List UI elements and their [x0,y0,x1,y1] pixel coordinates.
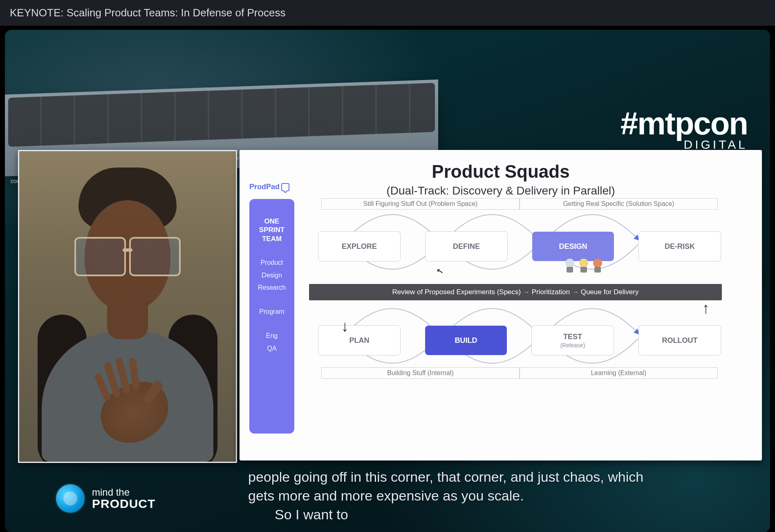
node-design: DESIGN [532,232,614,261]
speaker-figure [42,168,213,454]
caption-line: gets more and more expensive as you scal… [248,488,524,503]
prodpad-logo: ProdPad [249,183,289,191]
learning-label: Learning (External) [520,367,718,379]
mid-process-bar: Review of Proposed Experiments (Specs) →… [309,284,722,300]
node-rollout: ROLLOUT [638,325,721,355]
node-plan: PLAN [318,325,401,355]
delivery-track: PLAN BUILD TEST (Release) ROLLOUT [318,320,750,361]
video-stage[interactable]: control option command command option #m… [5,30,770,532]
caption-line: people going off in this corner, that co… [248,469,643,485]
node-test-sub: (Release) [560,342,585,349]
up-arrow-icon: ↑ [702,300,710,317]
prodpad-label: ProdPad [249,183,280,191]
avatar-icon [578,259,589,273]
sprint-team-box: ONE SPRINT TEAM Product Design Research … [249,199,294,434]
sprint-line: SPRINT [259,226,284,234]
role-label: Product [260,259,283,267]
arrow-right-icon: → [572,288,581,296]
node-derisk: DE-RISK [638,231,721,262]
avatar-group [564,259,603,273]
node-define: DEFINE [425,231,508,262]
mind-the-product-logo: mind the PRODUCT [56,484,155,513]
session-title: KEYNOTE: Scaling Product Teams: In Defen… [0,0,775,26]
speech-bubble-icon [281,183,289,191]
node-build: BUILD [425,326,507,355]
avatar-icon [564,259,575,273]
node-test: TEST (Release) [531,325,614,355]
cursor-icon: ↖ [435,265,445,277]
role-label: Research [258,284,286,292]
arrow-right-icon: → [523,288,532,296]
caption-line: So I want to [275,505,698,524]
speaker-webcam [18,150,237,463]
mid-bar-part: Queue for Delivery [581,288,639,296]
mtp-logo-bottom: PRODUCT [92,497,155,510]
slide-title: Product Squads [240,161,762,182]
solution-space-label: Getting Real Specific (Solution Space) [520,198,718,210]
sprint-line: TEAM [262,235,282,243]
dual-track-diagram: ↖ Still Figuring Stuff Out (Problem Spac… [309,198,750,448]
mid-bar-part: Review of Proposed Experiments (Specs) [392,288,521,296]
slide-subtitle: (Dual-Track: Discovery & Delivery in Par… [240,184,762,197]
event-hashtag: #mtpcon DIGITAL [620,107,748,151]
sprint-line: ONE [264,217,280,225]
role-label: QA [267,344,276,353]
live-caption: people going off in this corner, that co… [248,468,698,524]
mid-bar-part: Prioritization [532,288,570,296]
mtp-circle-icon [56,484,85,513]
role-label: Program [259,308,284,316]
hashtag-text: #mtpcon [620,107,748,139]
role-label: Eng [266,332,278,340]
down-arrow-icon: ↓ [341,317,349,335]
node-explore: EXPLORE [318,231,401,262]
building-stuff-label: Building Stuff (Internal) [321,367,520,379]
avatar-icon [592,259,603,273]
mtp-logo-top: mind the [92,487,155,497]
glasses-icon [74,237,181,274]
discovery-track: EXPLORE DEFINE DESIGN DE-RISK [318,226,750,267]
role-label: Design [262,271,282,280]
presentation-slide: Product Squads (Dual-Track: Discovery & … [240,150,762,460]
problem-space-label: Still Figuring Stuff Out (Problem Space) [321,198,520,210]
